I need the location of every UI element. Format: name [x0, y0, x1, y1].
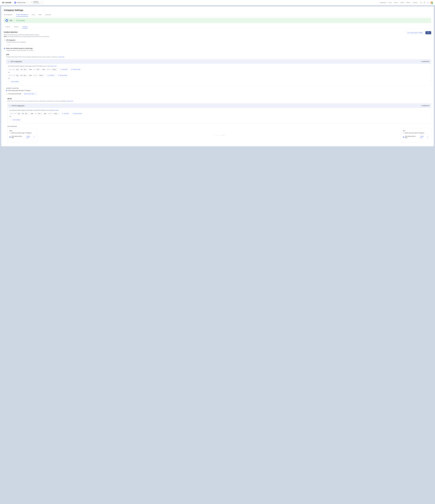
mttr-learn-link[interactable]: Learn more: [67, 100, 73, 102]
remove-rule-button[interactable]: Remove Rule: [57, 74, 69, 77]
tab-advanced[interactable]: Advanced: [45, 14, 51, 17]
remove-chip-icon[interactable]: ×: [58, 113, 58, 114]
start-opt-enter[interactable]: When issue enters state "In Progress": [9, 132, 36, 134]
env-chip[interactable]: ENV Prod×: [34, 112, 43, 115]
priority-chip[interactable]: PRIORITY Critical×: [46, 68, 58, 71]
radio-inprogress[interactable]: [6, 90, 7, 91]
remove-chip-icon[interactable]: ×: [19, 69, 19, 70]
cfr-config-head[interactable]: CFR Configuration 2 CONDITION: [6, 59, 431, 64]
subtab-boards[interactable]: Boards: [14, 26, 18, 28]
nav-teams[interactable]: Teams: [394, 2, 398, 3]
detection-options: API Integration Incidents reported via A…: [4, 39, 431, 51]
mttr-section: MTTR Mean Time To Restore (MTTR) is the …: [8, 98, 431, 142]
plus-icon: ＋: [11, 119, 12, 121]
validation-opt-datefield[interactable]: From date and time field Select custom f…: [6, 92, 431, 95]
topbar-actions: [420, 1, 433, 4]
mttr-learn-more[interactable]: learn more: [53, 109, 59, 111]
custom-field-select[interactable]: Select custom field: [23, 92, 38, 95]
issue-types-chip[interactable]: ISSUE TYPES Bug× OR Task×: [8, 68, 28, 71]
cfr-learn-link[interactable]: Learn more: [58, 56, 64, 58]
cfr-condition-count: 2 CONDITION: [421, 61, 429, 62]
help-icon[interactable]: [424, 2, 425, 4]
end-label-2: From date and time field: [405, 135, 418, 138]
add-condition-button[interactable]: ＋Add Condition: [9, 118, 22, 121]
gear-icon[interactable]: [427, 2, 429, 4]
tab-slack[interactable]: Slack: [38, 14, 42, 17]
user-avatar[interactable]: [430, 1, 433, 4]
brand-name: LinearB: [5, 2, 11, 4]
or-op: OR: [21, 75, 22, 76]
remove-chip-icon[interactable]: ×: [28, 113, 28, 114]
tab-git[interactable]: Git Integrations: [4, 14, 13, 17]
date-range-selector[interactable]: Grizzlies Mar 9 - Mar 23: [30, 1, 44, 4]
subtab-incidents[interactable]: Incidents: [22, 26, 28, 28]
end-opt-exit[interactable]: When issue exits state "In Progress": [403, 132, 429, 134]
nav-pulse[interactable]: Pulse: [388, 2, 392, 3]
radio-datefield[interactable]: [6, 93, 7, 95]
incident-title: Incident detection: [4, 31, 50, 33]
or-separator: OR: [9, 116, 429, 117]
remove-chip-icon[interactable]: ×: [19, 75, 19, 76]
option-critical-bugs[interactable]: Detect my incidents based on critical bu…: [4, 48, 431, 49]
add-rule-button[interactable]: Add Rule: [59, 68, 69, 71]
add-rule-button[interactable]: Add Rule: [61, 112, 70, 115]
chip-label: ENV: [35, 113, 37, 114]
page-title: Company Settings: [4, 9, 431, 11]
tab-users[interactable]: Users: [32, 14, 35, 17]
issue-types-chip[interactable]: ISSUE TYPES Bug× OR Task×: [8, 74, 28, 77]
env-chip[interactable]: ENV Prod×: [33, 68, 41, 71]
bell-icon[interactable]: [420, 2, 422, 4]
remove-chip-icon[interactable]: ×: [56, 69, 57, 70]
radio-bugs[interactable]: [4, 48, 5, 49]
remove-chip-icon[interactable]: ×: [20, 113, 21, 114]
mttr-config-head[interactable]: MTTR Configuration 1 CONDITION: [8, 104, 431, 108]
and-op: AND: [31, 113, 33, 114]
remove-rule-button[interactable]: Remove Rule: [71, 112, 83, 115]
priority-chip[interactable]: PRIORITY Critical×: [33, 74, 45, 77]
svg-point-2: [4, 2, 4, 2]
and-op: AND: [29, 75, 32, 76]
nav-metrics[interactable]: Metrics: [406, 2, 410, 3]
remove-rule-button[interactable]: Remove Rule: [70, 68, 82, 71]
option-api-integration[interactable]: API Integration: [4, 39, 431, 41]
actual-start-select[interactable]: Actual start: [26, 135, 36, 139]
radio-end-date[interactable]: [403, 136, 404, 138]
end-opt-datefield[interactable]: From date and time field Actual end: [403, 135, 429, 139]
remove-chip-icon[interactable]: ×: [26, 75, 27, 76]
duration-start-card: Start When issue enters state "In Progre…: [8, 128, 38, 142]
chip-label: ENV: [33, 69, 35, 70]
actual-end-select[interactable]: Actual end: [419, 135, 429, 139]
end-title: End: [403, 130, 429, 131]
nav-dashboard[interactable]: Dashboard: [380, 2, 386, 3]
radio-api[interactable]: [4, 39, 5, 41]
nav-activity[interactable]: Activity: [400, 2, 404, 3]
radio-start-date[interactable]: [9, 136, 11, 138]
radio-start-enter[interactable]: [9, 132, 11, 134]
subtab-projects[interactable]: Projects: [5, 26, 10, 28]
mttr-duration-head: MTTR DURATION: [8, 126, 431, 127]
or-separator: OR: [8, 72, 429, 73]
jira-banner: Jira Connected: [4, 18, 431, 23]
nav-projects[interactable]: Projects: [413, 2, 418, 3]
validation-opt-inprogress[interactable]: Start tracking bugs with state "In Progr…: [6, 90, 431, 91]
radio-end-exit[interactable]: [403, 132, 404, 134]
team-selector[interactable]: DO Frontend Team: [13, 1, 29, 4]
start-opt-datefield[interactable]: From date and time field Actual start: [9, 135, 36, 139]
tab-project-management[interactable]: Project Management: [16, 14, 28, 17]
mttr-question: How should LinearB recognize critical bu…: [9, 109, 429, 111]
use-group-settings-button[interactable]: Use <group_above> Settings: [406, 31, 424, 34]
remove-chip-icon[interactable]: ×: [43, 75, 44, 76]
remove-chip-icon[interactable]: ×: [39, 69, 40, 70]
remove-chip-icon[interactable]: ×: [41, 113, 41, 114]
add-condition-button[interactable]: ＋Add Condition: [8, 80, 20, 83]
priority-chip[interactable]: PRIORITY Critical×: [47, 112, 60, 115]
issue-types-chip[interactable]: ISSUE TYPES Bug× OR Task×: [9, 112, 30, 115]
chip-bug: Bug×: [16, 69, 20, 70]
remove-chip-icon[interactable]: ×: [26, 69, 27, 70]
add-rule-button[interactable]: Add Rule: [46, 74, 56, 77]
cfr-learn-more[interactable]: learn more: [51, 65, 57, 67]
chevron-down-icon: [427, 136, 428, 138]
duration-end-card: End When issue exits state "In Progress"…: [401, 128, 431, 142]
chevron-down-icon: [8, 61, 9, 62]
save-button[interactable]: Save: [426, 31, 431, 34]
